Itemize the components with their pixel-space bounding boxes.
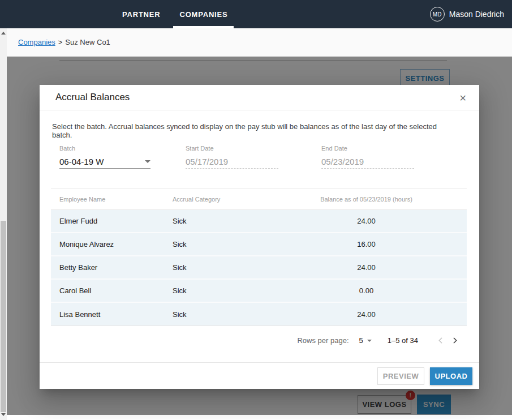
vertical-scrollbar[interactable] — [0, 28, 7, 420]
previous-page-icon[interactable] — [433, 333, 448, 348]
app-viewport: PARTNER COMPANIES MD Mason Diedrich Comp… — [0, 0, 512, 420]
table-row[interactable]: Carol Bell Sick 0.00 — [51, 280, 467, 303]
accrual-balances-dialog: Accrual Balances ✕ Select the batch. Acc… — [40, 85, 479, 389]
cell-accrual-category: Sick — [164, 310, 266, 319]
cell-accrual-category: Sick — [164, 240, 266, 248]
cell-accrual-category: Sick — [164, 286, 266, 295]
tab-indicator — [173, 26, 234, 28]
batch-select[interactable]: Batch 06-04-19 W — [59, 145, 150, 169]
cell-balance: 16.00 — [266, 240, 467, 248]
table-row[interactable]: Elmer Fudd Sick 24.00 — [51, 210, 467, 233]
tab-partner[interactable]: PARTNER — [116, 0, 166, 28]
user-menu[interactable]: MD Mason Diedrich — [430, 0, 504, 28]
cell-balance: 24.00 — [266, 217, 467, 225]
avatar[interactable]: MD — [430, 7, 445, 22]
upload-button[interactable]: UPLOAD — [430, 367, 472, 385]
tab-companies-label: COMPANIES — [179, 10, 227, 19]
dialog-description: Select the batch. Accrual balances synce… — [52, 122, 454, 139]
table-row[interactable]: Betty Baker Sick 24.00 — [51, 256, 467, 280]
end-date-value: 05/23/2019 — [321, 157, 364, 166]
dialog-footer: PREVIEW UPLOAD — [40, 362, 479, 389]
end-date-label: End Date — [321, 145, 414, 152]
cell-employee-name: Elmer Fudd — [51, 217, 164, 225]
close-icon[interactable]: ✕ — [457, 92, 469, 105]
top-nav: PARTNER COMPANIES MD Mason Diedrich — [0, 0, 512, 28]
pagination-range: 1–5 of 34 — [388, 336, 418, 345]
start-date-value: 05/17/2019 — [186, 157, 228, 166]
preview-button[interactable]: PREVIEW — [377, 367, 424, 385]
accrual-balances-table: Employee Name Accrual Category Balance a… — [51, 188, 467, 326]
batch-value: 06-04-19 W — [59, 157, 104, 166]
rows-per-page-label: Rows per page: — [297, 336, 348, 345]
cell-accrual-category: Sick — [164, 217, 266, 225]
cell-employee-name: Lisa Bennett — [51, 310, 164, 319]
scroll-up-icon[interactable] — [0, 29, 7, 36]
cell-balance: 0.00 — [266, 286, 467, 295]
cell-accrual-category: Sick — [164, 263, 266, 272]
cell-employee-name: Monique Alvarez — [51, 240, 164, 248]
nav-tabs: PARTNER COMPANIES — [116, 0, 240, 28]
table-pagination: Rows per page: 5 1–5 of 34 — [40, 327, 462, 353]
next-page-icon[interactable] — [448, 333, 462, 348]
cell-balance: 24.00 — [266, 263, 467, 272]
column-header-accrual-category: Accrual Category — [164, 196, 266, 203]
batch-label: Batch — [59, 145, 150, 152]
breadcrumb-current: Suz New Co1 — [65, 38, 110, 46]
end-date-field: End Date 05/23/2019 — [321, 145, 414, 169]
table-row[interactable]: Lisa Bennett Sick 24.00 — [51, 303, 467, 326]
table-row[interactable]: Monique Alvarez Sick 16.00 — [51, 233, 467, 256]
cell-balance: 24.00 — [266, 310, 467, 319]
column-header-employee-name: Employee Name — [51, 196, 164, 203]
rows-per-page-value: 5 — [359, 336, 363, 345]
rows-per-page-select[interactable]: 5 — [359, 336, 372, 345]
upload-button-label: UPLOAD — [435, 372, 468, 380]
breadcrumb: Companies > Suz New Co1 — [7, 28, 512, 57]
dialog-title: Accrual Balances — [55, 92, 130, 103]
column-header-balance: Balance as of 05/23/2019 (hours) — [266, 196, 467, 203]
cell-employee-name: Carol Bell — [51, 286, 164, 295]
breadcrumb-link-companies[interactable]: Companies — [18, 38, 55, 46]
table-header-row: Employee Name Accrual Category Balance a… — [51, 188, 467, 210]
start-date-field: Start Date 05/17/2019 — [186, 145, 278, 169]
breadcrumb-separator: > — [58, 38, 63, 46]
tab-partner-label: PARTNER — [122, 10, 160, 19]
cell-employee-name: Betty Baker — [51, 263, 164, 272]
scroll-down-icon[interactable] — [0, 411, 7, 418]
chevron-down-icon — [367, 340, 372, 342]
user-name: Mason Diedrich — [449, 10, 504, 19]
dialog-header: Accrual Balances ✕ — [40, 85, 479, 110]
chevron-down-icon — [145, 160, 150, 163]
scrollbar-thumb[interactable] — [1, 221, 6, 412]
tab-companies[interactable]: COMPANIES — [173, 0, 234, 28]
preview-button-label: PREVIEW — [383, 372, 419, 380]
start-date-label: Start Date — [186, 145, 278, 152]
